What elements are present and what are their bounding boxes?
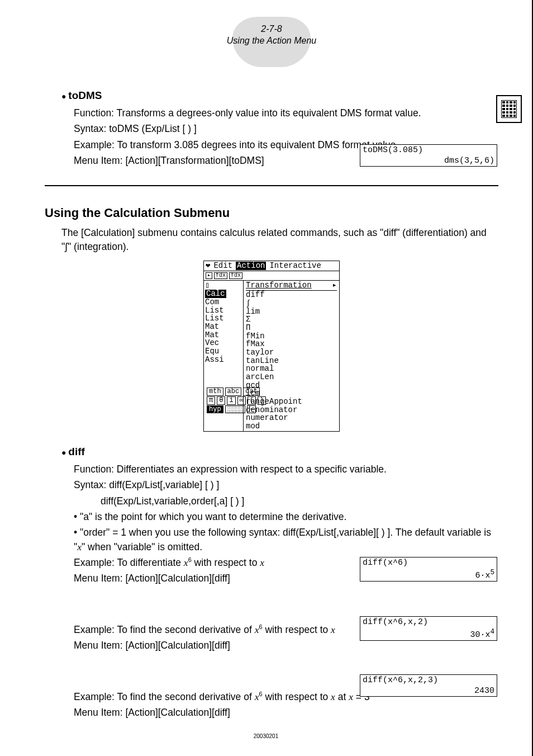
submenu-item: ∫	[246, 299, 337, 308]
submenu-item: lcm	[246, 389, 337, 398]
toolbar-row: ▸ fdx fdx	[204, 271, 339, 281]
diff-note-a: "a" is the point for which you want to d…	[74, 510, 498, 524]
softkey-hyp: hyp	[207, 405, 223, 414]
submenu-top: Transformation▸	[246, 281, 337, 291]
diff-menu3: Menu Item: [Action][Calculation][diff]	[74, 706, 498, 720]
softkey: abc	[225, 388, 242, 396]
menu-item: List	[205, 314, 242, 323]
calculator-tab-icon	[496, 95, 522, 123]
calc-result: 6·x5	[360, 568, 497, 581]
calc-result: 30·x4	[360, 627, 497, 640]
tool-icon: ▸	[206, 272, 212, 280]
menu-item: Com	[205, 298, 242, 306]
submenu-item: arcLen	[246, 373, 337, 381]
diff-syntax1: Syntax: diff(Exp/List[,variable] [ ) ]	[74, 478, 498, 492]
section-divider	[45, 185, 498, 186]
menu-item: Mat	[205, 331, 242, 339]
submenu-item: diff	[246, 291, 337, 299]
menu-left-column: ▯ Calc Com List List Mat Mat Vec Equ Ass…	[204, 281, 244, 431]
calc-input: diff(x^6)	[360, 557, 497, 568]
menu-action: Action	[236, 262, 266, 270]
page: 2-7-8 Using the Action Menu toDMS Functi…	[0, 0, 533, 756]
menu-right-column: Transformation▸ diff ∫ lim Σ Π fMin fMax…	[244, 281, 339, 431]
footer-date: 20030201	[0, 733, 532, 739]
page-title: Using the Action Menu	[210, 35, 333, 47]
submenu-item: taylor	[246, 348, 337, 357]
submenu-item: tanLine	[246, 357, 337, 365]
menu-item: Calc	[205, 290, 226, 298]
softkey: θ	[217, 396, 225, 405]
menu-heart-icon: ❤	[206, 262, 210, 270]
diff-calc2: diff(x^6,x,2) 30·x4	[360, 616, 497, 641]
submenu-item: numerator	[246, 414, 337, 422]
menu-item: Assi	[205, 356, 242, 364]
page-header: 2-7-8 Using the Action Menu	[232, 17, 311, 67]
chevron-right-icon: ▸	[332, 281, 337, 290]
menu-item: Equ	[205, 347, 242, 356]
submenu-item: fMax	[246, 340, 337, 348]
menu-item: Vec	[205, 339, 242, 347]
todms-function: Function: Transforms a degrees-only valu…	[74, 106, 498, 120]
submenu-item: lim	[246, 308, 337, 316]
submenu-item: fMin	[246, 332, 337, 341]
diff-note-order: "order" = 1 when you use the following s…	[74, 526, 498, 554]
submenu-item: normal	[246, 365, 337, 373]
submenu-item: Σ	[246, 315, 337, 324]
todms-calc-output: toDMS(3.085) dms(3,5,6)	[360, 144, 497, 167]
softkey: mth	[207, 388, 223, 396]
todms-heading: toDMS	[61, 89, 498, 102]
calc-input: diff(x^6,x,2,3)	[360, 675, 497, 686]
softkey: ░░░░	[225, 405, 246, 414]
diff-calc3: diff(x^6,x,2,3) 2430	[360, 674, 497, 697]
page-number: 2-7-8	[232, 23, 311, 35]
menu-interactive: Interactive	[269, 262, 321, 270]
diff-syntax2: diff(Exp/List,variable,order[,a] [ ) ]	[101, 494, 498, 508]
keypad-icon	[501, 100, 517, 118]
submenu-intro: The [Calculation] submenu contains calcu…	[61, 226, 498, 254]
submenu-item: mod	[246, 422, 337, 431]
calc-result: 2430	[360, 686, 497, 696]
softkey: i	[227, 396, 235, 405]
submenu-item: gcd	[246, 381, 337, 390]
diff-calc1: diff(x^6) 6·x5	[360, 557, 497, 582]
calculator-menu-screenshot: ❤ Edit Action Interactive ▸ fdx fdx ▯ Ca…	[203, 261, 340, 432]
menu-item: Mat	[205, 323, 242, 331]
menu-edit: Edit	[213, 262, 232, 270]
calc-result: dms(3,5,6)	[360, 155, 497, 166]
todms-syntax: Syntax: toDMS (Exp/List [ ) ]	[74, 122, 498, 136]
tool-icon: fdx	[229, 272, 242, 280]
submenu-item: denominator	[246, 406, 337, 414]
softkey: π	[207, 396, 215, 405]
calc-input: toDMS(3.085)	[360, 145, 497, 155]
submenu-heading: Using the Calculation Submenu	[45, 206, 498, 220]
menu-item: List	[205, 306, 242, 315]
submenu-item: Π	[246, 324, 337, 332]
calc-input: diff(x^6,x,2)	[360, 617, 497, 627]
submenu-item: rangeAppoint	[246, 398, 337, 406]
diff-heading: diff	[61, 446, 498, 458]
section-diff: diff Function: Differentiates an express…	[61, 446, 498, 720]
tool-icon: fdx	[214, 272, 227, 280]
menubar: ❤ Edit Action Interactive	[204, 261, 339, 271]
diff-function: Function: Differentiates an expression w…	[74, 462, 498, 476]
menu-columns: ▯ Calc Com List List Mat Mat Vec Equ Ass…	[204, 281, 339, 431]
section-todms: toDMS Function: Transforms a degrees-onl…	[61, 89, 498, 168]
